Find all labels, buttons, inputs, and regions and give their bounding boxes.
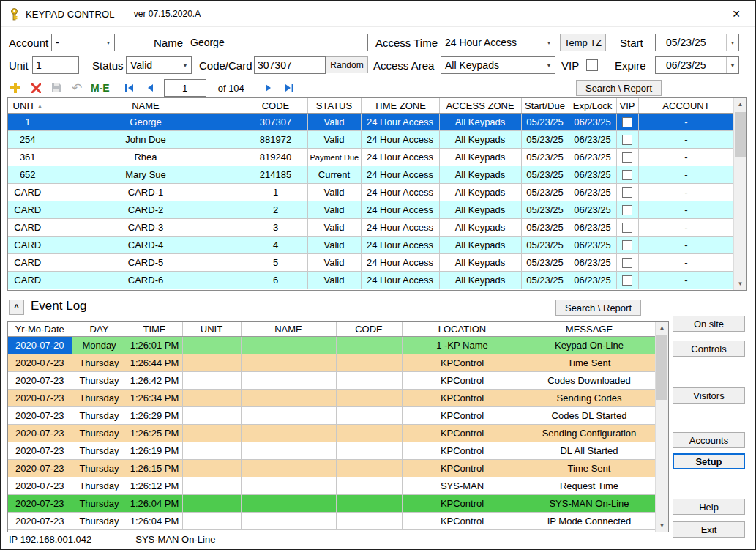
event-log-row[interactable]: 2020-07-23Thursday1:26:04 PMKPControlIP … [8,513,656,530]
cell[interactable] [182,337,241,354]
scroll-down-icon[interactable]: ▼ [656,519,668,532]
cell[interactable]: 2020-07-23 [8,372,72,390]
cell[interactable]: All Keypads [439,237,521,254]
cell[interactable]: Thursday [72,477,127,495]
vip-cell[interactable] [616,149,638,166]
cell[interactable] [336,425,402,442]
first-record-icon[interactable] [123,81,136,94]
event-col-unit[interactable]: UNIT [182,322,241,337]
cell[interactable]: CARD [8,272,48,289]
table-row[interactable]: CARDCARD-44Valid24 Hour AccessAll Keypad… [8,237,734,254]
status-select[interactable]: Valid ▼ [126,56,192,74]
cell[interactable]: 24 Hour Access [361,254,439,272]
cell[interactable]: 6 [244,272,307,289]
exit-button[interactable]: Exit [673,521,745,538]
event-log-row[interactable]: 2020-07-23Thursday1:26:42 PMKPControlCod… [8,372,656,390]
cell[interactable] [241,513,336,530]
cell[interactable]: 06/23/25 [569,272,616,289]
minimize-button[interactable]: — [686,1,719,26]
setup-button[interactable]: Setup [673,453,745,469]
vip-cell[interactable] [616,114,638,131]
cell[interactable]: 06/23/25 [569,149,616,166]
event-log-row[interactable]: 2020-07-23Thursday1:26:25 PMKPControlSen… [8,425,656,442]
vip-checkbox[interactable] [622,187,632,198]
cell[interactable]: 06/23/25 [569,219,616,237]
cell[interactable]: Sending Codes [523,390,656,407]
cell[interactable]: KPControl [402,354,523,372]
table-row[interactable]: 254John Doe881972Valid24 Hour AccessAll … [8,131,734,149]
cell[interactable]: SYS-MAN [402,477,523,495]
cell[interactable]: 06/23/25 [569,184,616,201]
cell[interactable]: Payment Due [307,149,361,166]
cell[interactable]: CARD-6 [48,272,244,289]
table-row[interactable]: CARDCARD-11Valid24 Hour AccessAll Keypad… [8,184,734,201]
scrollbar-thumb[interactable] [735,112,746,157]
cell[interactable] [182,390,241,407]
cell[interactable]: Thursday [72,372,127,390]
cell[interactable]: Keypad On-Line [523,337,656,354]
cell[interactable]: Time Sent [523,460,656,477]
cell[interactable]: George [48,114,244,131]
cell[interactable]: 2 [244,201,307,219]
cell[interactable]: - [638,254,734,272]
vip-checkbox[interactable] [622,223,632,233]
vip-checkbox[interactable] [586,59,598,71]
cell[interactable]: KPControl [402,513,523,530]
cell[interactable]: 2020-07-23 [8,513,72,530]
record-number-field[interactable] [164,79,206,97]
cell[interactable]: CARD [8,237,48,254]
cell[interactable]: Codes DL Started [523,407,656,425]
cell[interactable]: All Keypads [439,114,521,131]
cell[interactable]: John Doe [48,131,244,149]
last-record-icon[interactable] [282,81,296,94]
next-record-icon[interactable] [262,81,275,94]
cell[interactable]: All Keypads [439,184,521,201]
vip-checkbox[interactable] [622,152,632,163]
cell[interactable]: All Keypads [439,166,521,184]
cell[interactable] [336,495,402,513]
start-date-picker[interactable]: 05/23/25 ▼ [655,34,739,51]
cell[interactable]: 2020-07-23 [8,477,72,495]
cell[interactable]: - [638,237,734,254]
cell[interactable] [182,513,241,530]
table-row[interactable]: CARDCARD-33Valid24 Hour AccessAll Keypad… [8,219,734,237]
cell[interactable]: 1:26:04 PM [127,495,182,513]
table-row[interactable]: 652Mary Sue214185Current24 Hour AccessAl… [8,166,734,184]
cell[interactable]: CARD-2 [48,201,244,219]
cell[interactable]: 2020-07-23 [8,390,72,407]
cell[interactable]: 05/23/25 [521,114,569,131]
cell[interactable] [241,477,336,495]
cell[interactable] [182,425,241,442]
cell[interactable]: CARD [8,184,48,201]
cell[interactable]: 1:26:25 PM [127,425,182,442]
cell[interactable]: CARD [8,201,48,219]
controls-button[interactable]: Controls [673,341,745,357]
cell[interactable]: All Keypads [439,131,521,149]
accounts-button[interactable]: Accounts [673,432,745,448]
cell[interactable]: KPControl [402,372,523,390]
cell[interactable]: 05/23/25 [521,131,569,149]
cell[interactable]: - [638,184,734,201]
col-header-startdue[interactable]: Start/Due [521,98,569,114]
vip-checkbox[interactable] [622,275,632,286]
help-button[interactable]: Help [673,499,745,515]
cell[interactable]: 2020-07-23 [8,460,72,477]
cell[interactable]: IP Mode Connected [523,513,656,530]
cell[interactable]: All Keypads [439,254,521,272]
cell[interactable]: - [638,201,734,219]
cell[interactable]: 24 Hour Access [361,272,439,289]
event-log-row[interactable]: 2020-07-23Thursday1:26:34 PMKPControlSen… [8,390,656,407]
event-log-search-report-button[interactable]: Search \ Report [555,300,641,316]
cell[interactable]: 05/23/25 [521,166,569,184]
cell[interactable]: 307307 [244,114,307,131]
cell[interactable]: 254 [8,131,48,149]
cell[interactable]: CARD-5 [48,254,244,272]
close-button[interactable]: ✕ [719,1,753,26]
event-log-row[interactable]: 2020-07-23Thursday1:26:04 PMKPControlSYS… [8,495,656,513]
vip-checkbox[interactable] [622,205,632,215]
cell[interactable]: 3 [244,219,307,237]
cell[interactable] [336,337,402,354]
cell[interactable] [336,372,402,390]
save-icon[interactable] [50,81,63,94]
cell[interactable]: 05/23/25 [521,254,569,272]
